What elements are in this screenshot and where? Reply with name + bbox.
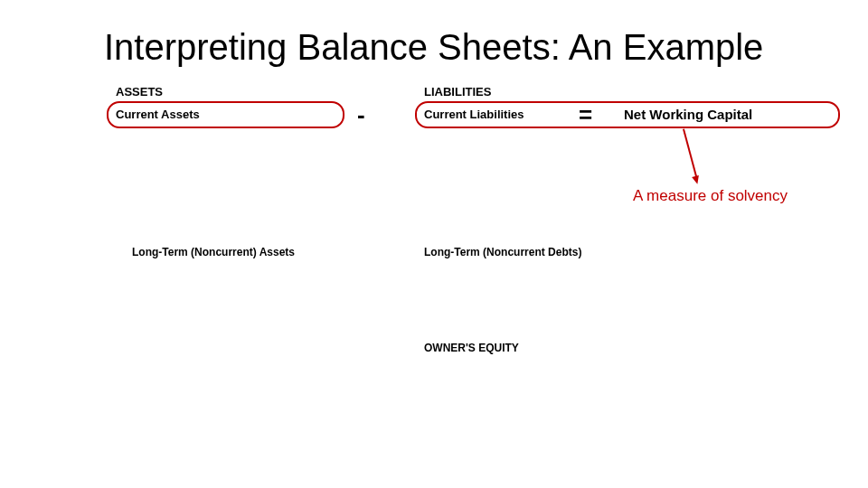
longterm-liabilities-label: Long-Term (Noncurrent Debts) bbox=[424, 246, 581, 258]
slide-title: Interpreting Balance Sheets: An Example bbox=[104, 27, 763, 68]
solvency-annotation: A measure of solvency bbox=[633, 187, 788, 205]
arrow-line bbox=[683, 128, 697, 177]
net-working-capital-label: Net Working Capital bbox=[624, 107, 752, 122]
current-assets-label: Current Assets bbox=[116, 108, 200, 121]
owners-equity-heading: OWNER'S EQUITY bbox=[424, 342, 519, 354]
minus-operator: - bbox=[357, 103, 365, 127]
current-liabilities-label: Current Liabilities bbox=[424, 108, 524, 121]
longterm-assets-label: Long-Term (Noncurrent) Assets bbox=[132, 246, 295, 258]
assets-heading: ASSETS bbox=[116, 85, 163, 99]
liabilities-heading: LIABILITIES bbox=[424, 85, 491, 99]
arrow-head-icon bbox=[692, 175, 701, 185]
equals-operator: = bbox=[579, 103, 592, 127]
